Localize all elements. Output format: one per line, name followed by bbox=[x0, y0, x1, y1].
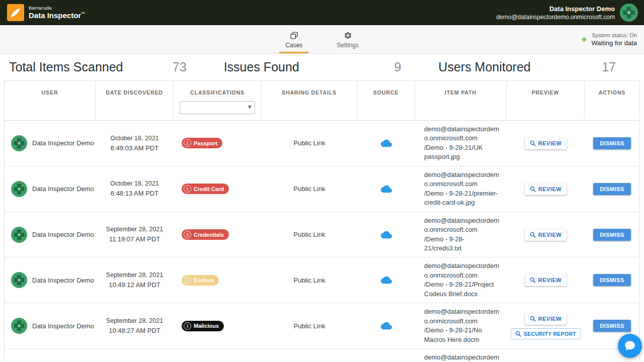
classification-cell: 1 Passport bbox=[174, 138, 262, 148]
stat-issues-found: Issues Found 9 bbox=[215, 60, 430, 74]
date-discovered: September 28, 2021 bbox=[96, 316, 174, 326]
source-cell bbox=[357, 275, 415, 286]
source-cell bbox=[357, 138, 415, 149]
chat-launcher[interactable] bbox=[618, 334, 642, 358]
magnifier-icon bbox=[530, 277, 536, 283]
classification-count: 1 bbox=[184, 322, 191, 330]
classification-label: Credit Card bbox=[194, 186, 224, 192]
onedrive-cloud-icon bbox=[381, 184, 392, 195]
date-cell: October 18, 2021 6:48:13 AM PDT bbox=[96, 178, 174, 199]
stat-total-items-scanned: Total Items Scanned 73 bbox=[0, 60, 215, 74]
sharing-details-cell: Public Link bbox=[262, 322, 357, 330]
classification-label: Passport bbox=[194, 140, 217, 146]
classification-cell: 6 Codeus bbox=[174, 275, 262, 286]
user-name: Data Inspector Demo bbox=[32, 231, 94, 238]
preview-cell: REVIEW SECURITY REPORT bbox=[507, 313, 585, 339]
column-header-source: SOURCE bbox=[357, 81, 415, 120]
user-cell: Data Inspector Demo bbox=[5, 181, 96, 197]
dismiss-button[interactable]: DISMISS bbox=[593, 320, 631, 332]
review-label: REVIEW bbox=[538, 277, 561, 283]
brand-product: Data Inspector™ bbox=[29, 11, 85, 20]
table-row: Data Inspector Demo September 28, 2021 1… bbox=[5, 303, 639, 349]
barracuda-logo-icon bbox=[7, 4, 24, 21]
column-header-user: USER bbox=[5, 81, 96, 120]
time-discovered: 6:49:03 AM PDT bbox=[96, 143, 174, 154]
item-path: /Demo - 9-28-21/No Macros Here.docm bbox=[424, 326, 501, 344]
date-discovered: October 18, 2021 bbox=[96, 133, 174, 143]
item-owner-email: demo@datainspectordemo.onmicrosoft.com bbox=[424, 307, 501, 326]
source-cell bbox=[357, 320, 415, 331]
review-button[interactable]: REVIEW bbox=[525, 183, 567, 195]
sharing-details-cell: Public Link bbox=[262, 139, 357, 147]
main-nav: Cases Settings System status: On Waiting… bbox=[0, 25, 644, 54]
sharing-details-cell: Public Link bbox=[262, 185, 357, 193]
review-label: REVIEW bbox=[538, 316, 561, 322]
date-cell: September 28, 2021 10:48:27 AM PDT bbox=[96, 316, 174, 336]
actions-cell: DISMISS bbox=[585, 137, 639, 149]
magnifier-icon bbox=[530, 186, 536, 192]
classification-cell: 1 Credit Card bbox=[174, 184, 262, 194]
status-text: System status: On Waiting for data bbox=[591, 32, 637, 47]
preview-cell: REVIEW bbox=[507, 183, 585, 195]
account-name: Data Inspector Demo bbox=[496, 5, 615, 13]
dismiss-button[interactable]: DISMISS bbox=[593, 274, 631, 286]
cases-table: USER DATE DISCOVERED CLASSIFICATIONS ▾ S… bbox=[4, 80, 640, 362]
user-avatar bbox=[11, 135, 27, 151]
review-button[interactable]: REVIEW bbox=[525, 229, 567, 241]
classification-cell: 3 Credentials bbox=[174, 229, 262, 240]
user-cell: Data Inspector Demo bbox=[5, 318, 96, 334]
time-discovered: 10:48:27 AM PDT bbox=[96, 326, 174, 336]
date-cell: September 28, 2021 11:19:07 AM PDT bbox=[96, 224, 174, 245]
table-header: USER DATE DISCOVERED CLASSIFICATIONS ▾ S… bbox=[5, 81, 639, 121]
classifications-filter-select[interactable] bbox=[180, 101, 255, 114]
system-status-value: Waiting for data bbox=[591, 39, 637, 47]
classifications-filter[interactable]: ▾ bbox=[180, 101, 255, 114]
review-label: REVIEW bbox=[538, 186, 561, 192]
time-discovered: 11:19:07 AM PDT bbox=[96, 234, 174, 245]
classification-badge: 3 Credentials bbox=[182, 229, 229, 240]
app-header: Barracuda Data Inspector™ Data Inspector… bbox=[0, 0, 644, 25]
review-button[interactable]: REVIEW bbox=[525, 137, 567, 149]
stat-label: Users Monitored bbox=[438, 60, 530, 74]
gear-icon bbox=[344, 31, 352, 40]
cases-icon bbox=[290, 31, 298, 40]
review-button[interactable]: REVIEW bbox=[525, 274, 567, 286]
account-info: Data Inspector Demo demo@datainspectorde… bbox=[496, 4, 638, 22]
stat-label: Issues Found bbox=[224, 60, 299, 74]
stat-value: 73 bbox=[173, 60, 187, 74]
tab-settings-label: Settings bbox=[337, 42, 358, 49]
user-avatar bbox=[11, 227, 27, 243]
user-avatar bbox=[11, 272, 27, 288]
account-email: demo@datainspectordemo.onmicrosoft.com bbox=[496, 14, 615, 21]
item-owner-email: demo@datainspectordemo.onmicrosoft.com bbox=[424, 216, 501, 235]
tab-cases[interactable]: Cases bbox=[279, 25, 308, 53]
classification-count: 1 bbox=[184, 185, 191, 193]
brand-product-name: Data Inspector bbox=[29, 11, 81, 20]
actions-cell: DISMISS bbox=[585, 274, 639, 286]
date-cell: October 18, 2021 6:49:03 AM PDT bbox=[96, 133, 174, 154]
account-text: Data Inspector Demo demo@datainspectorde… bbox=[496, 5, 615, 21]
column-header-item-path: ITEM PATH bbox=[415, 81, 507, 120]
dismiss-button[interactable]: DISMISS bbox=[593, 229, 631, 241]
classification-label: Malicious bbox=[194, 323, 219, 329]
security-report-button[interactable]: SECURITY REPORT bbox=[511, 328, 581, 339]
system-status-label: System status: On bbox=[591, 32, 637, 38]
classification-badge: 1 Passport bbox=[182, 138, 222, 148]
onedrive-cloud-icon bbox=[381, 320, 392, 331]
dismiss-button[interactable]: DISMISS bbox=[593, 137, 631, 149]
table-row: Data Inspector Demo October 18, 2021 6:4… bbox=[5, 166, 639, 212]
user-avatar bbox=[11, 318, 27, 334]
item-path: /Demo - 9-28-21/premier-credit-card-uk.j… bbox=[424, 189, 501, 208]
item-path-cell: demo@datainspectordemo.onmicrosoft.com /… bbox=[415, 307, 507, 344]
account-avatar[interactable] bbox=[620, 4, 638, 22]
review-button[interactable]: REVIEW bbox=[525, 313, 567, 325]
column-header-actions: ACTIONS bbox=[585, 81, 639, 120]
item-path-cell: demo@datainspectordemo.onmicrosoft.com /… bbox=[415, 353, 507, 362]
security-report-label: SECURITY REPORT bbox=[524, 331, 576, 337]
classification-count: 1 bbox=[184, 139, 191, 147]
onedrive-cloud-icon bbox=[381, 229, 392, 240]
brand-trademark: ™ bbox=[81, 12, 85, 16]
tab-settings[interactable]: Settings bbox=[331, 25, 364, 53]
item-owner-email: demo@datainspectordemo.onmicrosoft.com bbox=[424, 261, 501, 280]
dismiss-button[interactable]: DISMISS bbox=[593, 183, 631, 195]
